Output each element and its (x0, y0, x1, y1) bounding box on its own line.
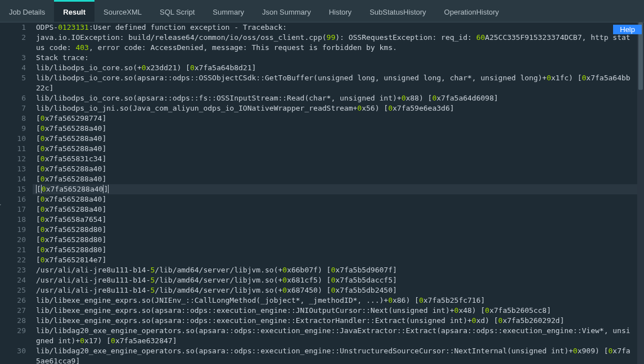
code-line: lib/libexe_engine_exprs.so(apsara::odps:… (33, 306, 644, 316)
line-number (0, 43, 26, 53)
line-number: 8 (0, 113, 26, 124)
code-pane[interactable]: ODPS-0123131:User defined function excep… (33, 22, 644, 364)
code-line: /usr/ali/ali-jre8u111-b14-5/lib/amd64/se… (33, 275, 644, 285)
line-number: 24 (0, 275, 26, 285)
code-line: [0x7fa565298774] (33, 113, 644, 124)
fold-handle-icon[interactable]: ▶ (0, 201, 2, 209)
line-number: 30 (0, 346, 26, 356)
tab-operationhistory[interactable]: OperationHistory (435, 0, 508, 22)
line-number: 23 (0, 265, 26, 275)
code-line: Stack trace: (33, 53, 644, 63)
code-line: [0x7fa565288d80] (33, 235, 644, 245)
editor-area: Help ▶ 123456789101112131415161718192021… (0, 22, 644, 364)
tab-sourcexml[interactable]: SourceXML (94, 0, 151, 22)
code-line: [0x7fa565288d80] (33, 245, 644, 255)
tab-sql-script[interactable]: SQL Script (151, 0, 204, 22)
line-number: 6 (0, 93, 26, 103)
code-line: /usr/ali/ali-jre8u111-b14-5/lib/amd64/se… (33, 285, 644, 295)
code-line: lib/libodps_io_core.so(apsara::odps::fs:… (33, 93, 644, 103)
line-number: 18 (0, 215, 26, 225)
line-number (0, 336, 26, 346)
line-number: 19 (0, 225, 26, 235)
code-line: [0x7fa565288a40] (33, 174, 644, 184)
line-number: 10 (0, 134, 26, 144)
code-line: lib/libodps_io_core.so(+0x23dd21) [0x7fa… (33, 63, 644, 73)
code-line: lib/libodps_io_jni.so(Java_com_aliyun_od… (33, 103, 644, 113)
tab-json-summary[interactable]: Json Summary (253, 0, 320, 22)
code-line: lib/libdag20_exe_engine_operators.so(aps… (33, 326, 644, 346)
help-button[interactable]: Help (613, 25, 642, 34)
code-line: lib/libexe_engine_exprs.so(JNIEnv_::Call… (33, 295, 644, 306)
line-number: 11 (0, 144, 26, 154)
code-line: java.io.IOException: build/release64/com… (33, 33, 644, 53)
tab-history[interactable]: History (320, 0, 361, 22)
line-number: 21 (0, 245, 26, 255)
line-number: 5 (0, 73, 26, 83)
code-line: ODPS-0123131:User defined function excep… (33, 22, 644, 33)
line-number (0, 83, 26, 93)
tab-substatushistory[interactable]: SubStatusHistory (361, 0, 435, 22)
line-number: 1 (0, 22, 26, 33)
line-number (0, 356, 26, 364)
line-number: 7 (0, 103, 26, 113)
code-line: lib/libodps_io_core.so(apsara::odps::OSS… (33, 73, 644, 93)
code-line: lib/libdag20_exe_engine_operators.so(aps… (33, 346, 644, 364)
line-number: 26 (0, 295, 26, 306)
tab-job-details[interactable]: Job Details (0, 0, 54, 22)
line-number: 3 (0, 53, 26, 63)
code-line: [0x7fa5658a7654] (33, 215, 644, 225)
tab-result[interactable]: Result (54, 0, 94, 22)
tab-bar: Job DetailsResultSourceXMLSQL ScriptSumm… (0, 0, 644, 22)
code-line: [0x7fa565288a40] (33, 194, 644, 204)
line-number: 25 (0, 285, 26, 295)
line-gutter: 1234567891011121314151617181920212223242… (0, 22, 33, 364)
code-line: [0x7fa565288a40] (33, 164, 644, 174)
line-number: 27 (0, 306, 26, 316)
code-line: [0x7fa565831c34] (33, 154, 644, 164)
code-line: [0x7fa565288a40] (33, 124, 644, 134)
line-number: 22 (0, 255, 26, 265)
line-number: 29 (0, 326, 26, 336)
line-number: 20 (0, 235, 26, 245)
vertical-scrollbar[interactable] (637, 22, 644, 364)
code-line: [0x7fa5652814e7] (33, 255, 644, 265)
line-number: 16 (0, 194, 26, 204)
code-line: [0x7fa565288a40] (33, 184, 644, 194)
code-line: lib/libexe_engine_exprs.so(apsara::odps:… (33, 316, 644, 326)
line-number: 9 (0, 124, 26, 134)
code-line: [0x7fa565288a40] (33, 204, 644, 215)
code-line: [0x7fa565288d80] (33, 225, 644, 235)
line-number: 28 (0, 316, 26, 326)
line-number: 12 (0, 154, 26, 164)
line-number: 2 (0, 33, 26, 43)
line-number: 15 (0, 184, 26, 194)
line-number: 17 (0, 204, 26, 215)
line-number: 13 (0, 164, 26, 174)
line-number: 14 (0, 174, 26, 184)
tab-summary[interactable]: Summary (204, 0, 253, 22)
code-line: [0x7fa565288a40] (33, 134, 644, 144)
code-line: /usr/ali/ali-jre8u111-b14-5/lib/amd64/se… (33, 265, 644, 275)
code-line: [0x7fa565288a40] (33, 144, 644, 154)
line-number: 4 (0, 63, 26, 73)
